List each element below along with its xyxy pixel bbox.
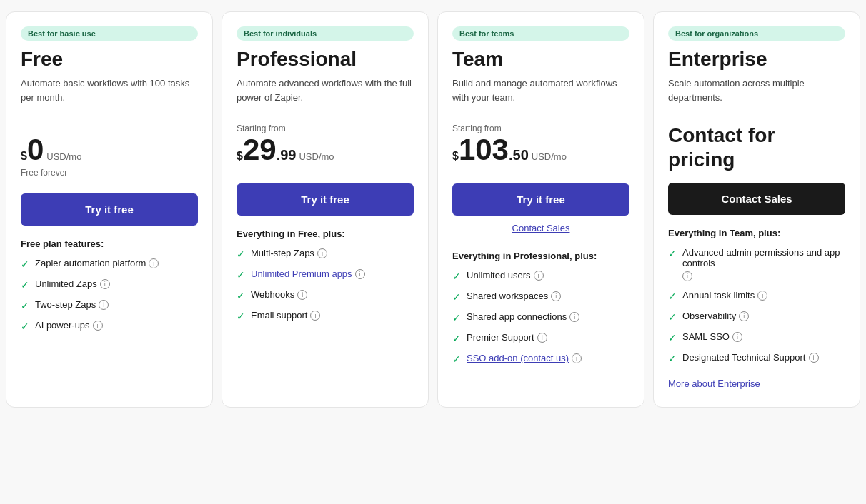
feature-item: ✓ Premier Supporti: [452, 332, 629, 344]
price-period: USD/mo: [46, 151, 81, 165]
feature-text-wrap: Shared workspacesi: [467, 291, 561, 301]
feature-item: ✓ SSO add-on (contact us)i: [452, 353, 629, 365]
info-icon[interactable]: i: [569, 312, 579, 322]
contact-pricing: Contact for pricing: [668, 124, 845, 171]
check-icon: ✓: [668, 248, 677, 259]
plan-name: Team: [452, 48, 629, 71]
features-title: Free plan features:: [21, 238, 198, 249]
info-icon[interactable]: i: [297, 290, 307, 300]
info-icon[interactable]: i: [537, 333, 547, 343]
info-icon[interactable]: i: [99, 300, 109, 310]
plan-description: Automate advanced workflows with the ful…: [237, 76, 414, 111]
info-icon[interactable]: i: [149, 258, 159, 268]
check-icon: ✓: [21, 321, 29, 332]
plan-card-enterprise: Best for organizations Enterprise Scale …: [653, 11, 860, 408]
feature-text: Observability: [682, 311, 736, 321]
info-icon[interactable]: i: [809, 353, 819, 363]
info-icon[interactable]: i: [355, 269, 365, 279]
feature-text: Shared workspaces: [467, 291, 548, 301]
check-icon: ✓: [21, 258, 29, 270]
feature-item: ✓ Designated Technical Supporti: [668, 352, 845, 364]
check-icon: ✓: [452, 353, 461, 365]
feature-text-wrap: Zapier automation platformi: [35, 258, 159, 268]
check-icon: ✓: [668, 291, 677, 302]
feature-item: ✓ AI power-upsi: [21, 320, 198, 332]
features-section: Everything in Team, plus: ✓ Advanced adm…: [668, 228, 845, 390]
features-section: Everything in Professional, plus: ✓ Unli…: [452, 251, 629, 373]
feature-text-wrap: Observabilityi: [682, 311, 749, 321]
info-icon[interactable]: i: [100, 279, 110, 289]
feature-text-wrap: Unlimited Premium appsi: [251, 268, 365, 279]
check-icon: ✓: [21, 279, 29, 291]
info-icon[interactable]: i: [534, 271, 544, 281]
info-icon[interactable]: i: [757, 291, 767, 301]
check-icon: ✓: [237, 269, 245, 281]
feature-text-wrap: Designated Technical Supporti: [682, 352, 819, 363]
features-title: Everything in Team, plus:: [668, 228, 845, 238]
starting-from: Starting from: [452, 124, 629, 133]
try-free-button-free[interactable]: Try it free: [21, 193, 198, 226]
plan-card-professional: Best for individuals Professional Automa…: [222, 11, 429, 408]
price-dollar: $: [21, 151, 27, 162]
contact-sales-link-team[interactable]: Contact Sales: [452, 223, 629, 233]
plan-card-free: Best for basic use Free Automate basic w…: [6, 11, 213, 408]
price-note: Free forever: [21, 168, 198, 178]
price-row: $ 29 .99 USD/mo: [237, 135, 414, 165]
feature-text: Two-step Zaps: [35, 299, 96, 310]
feature-item: ✓ Webhooksi: [237, 289, 414, 301]
check-icon: ✓: [452, 333, 461, 344]
feature-text-wrap: Advanced admin permissions and app contr…: [682, 247, 845, 281]
price-dollar: $: [452, 151, 459, 162]
price-dollar: $: [237, 151, 243, 162]
plan-name: Professional: [237, 48, 414, 71]
info-icon[interactable]: i: [732, 332, 742, 342]
starting-from: Starting from: [237, 124, 414, 133]
plan-description: Automate basic workflows with 100 tasks …: [21, 76, 198, 111]
plan-badge: Best for teams: [452, 26, 629, 41]
info-icon[interactable]: i: [739, 311, 749, 321]
price-decimal: .99: [277, 148, 297, 162]
plan-card-team: Best for teams Team Build and manage aut…: [437, 11, 644, 408]
feature-item: ✓ Unlimited Premium appsi: [237, 268, 414, 281]
check-icon: ✓: [237, 248, 245, 260]
price-period: USD/mo: [299, 151, 334, 165]
contact-sales-button[interactable]: Contact Sales: [668, 183, 845, 215]
price-row: $ 0 USD/mo: [21, 135, 198, 165]
check-icon: ✓: [452, 271, 461, 282]
feature-text: Unlimited Zaps: [35, 278, 97, 289]
plan-badge: Best for organizations: [668, 26, 845, 41]
info-icon[interactable]: i: [317, 248, 327, 258]
price-section: Starting from $ 29 .99 USD/mo: [237, 124, 414, 179]
info-icon[interactable]: i: [682, 271, 692, 281]
more-about-link[interactable]: More about Enterprise: [668, 378, 760, 389]
feature-text-wrap: SSO add-on (contact us)i: [467, 353, 582, 363]
try-free-button-team[interactable]: Try it free: [452, 183, 629, 216]
feature-text: Webhooks: [251, 289, 294, 300]
pricing-grid: Best for basic use Free Automate basic w…: [6, 11, 860, 408]
check-icon: ✓: [237, 290, 245, 301]
feature-text-wrap: AI power-upsi: [35, 320, 103, 331]
feature-item: ✓ Observabilityi: [668, 311, 845, 323]
feature-item: ✓ Email supporti: [237, 310, 414, 322]
info-icon[interactable]: i: [310, 311, 320, 321]
feature-link[interactable]: Unlimited Premium apps: [251, 268, 352, 279]
plan-description: Scale automation across multiple departm…: [668, 76, 845, 111]
feature-item: ✓ SAML SSOi: [668, 331, 845, 343]
feature-text-wrap: Premier Supporti: [467, 332, 547, 343]
feature-link[interactable]: SSO add-on (contact us): [467, 353, 569, 363]
feature-item: ✓ Unlimited Zapsi: [21, 278, 198, 291]
feature-text-wrap: SAML SSOi: [682, 331, 742, 342]
feature-text: Email support: [251, 310, 307, 321]
info-icon[interactable]: i: [93, 321, 103, 331]
info-icon[interactable]: i: [572, 353, 582, 363]
feature-text-wrap: Shared app connectionsi: [467, 311, 579, 322]
info-icon[interactable]: i: [551, 291, 561, 301]
feature-item: ✓ Two-step Zapsi: [21, 299, 198, 311]
try-free-button-professional[interactable]: Try it free: [237, 183, 414, 216]
plan-name: Enterprise: [668, 48, 845, 71]
check-icon: ✓: [452, 312, 461, 323]
feature-text: SAML SSO: [682, 331, 730, 342]
feature-item: ✓ Annual task limitsi: [668, 290, 845, 302]
feature-text: Multi-step Zaps: [251, 248, 314, 258]
features-title: Everything in Professional, plus:: [452, 251, 629, 261]
